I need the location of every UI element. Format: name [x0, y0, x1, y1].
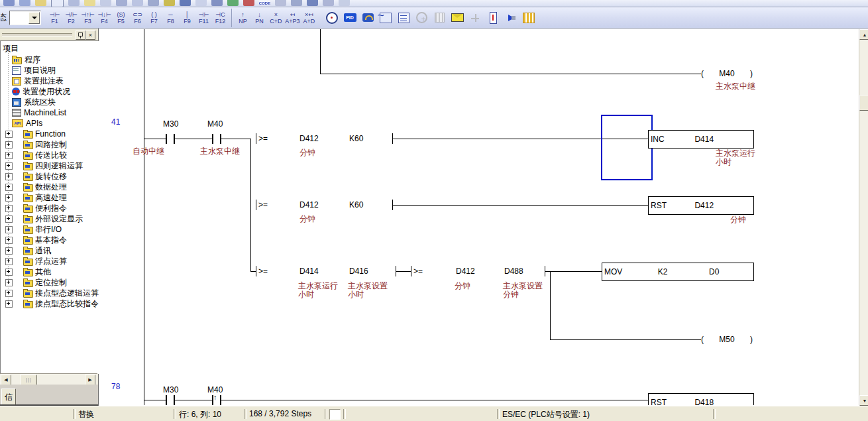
icon-fragment[interactable]: [180, 0, 191, 6]
status-checkbox[interactable]: [329, 409, 341, 420]
ladder-tool-F9[interactable]: │F9: [179, 9, 195, 27]
thermometer-icon[interactable]: [486, 11, 500, 25]
tree-item-其他[interactable]: 其他: [1, 267, 51, 277]
tree-item-外部设定显示[interactable]: 外部设定显示: [1, 213, 83, 224]
stopwatch-icon[interactable]: [325, 11, 339, 25]
icon-fragment[interactable]: [211, 0, 223, 6]
ui-element[interactable]: K60: [349, 200, 363, 210]
pin-button[interactable]: [76, 30, 85, 40]
tree-item-root[interactable]: 项目: [3, 43, 19, 54]
ladder-tool-NP[interactable]: ↑NP: [231, 9, 251, 27]
ladder-logo-icon-fragment[interactable]: [51, 0, 64, 7]
ladder-tool-C+D[interactable]: ×C+D: [268, 9, 284, 27]
tree-item-定位控制[interactable]: 定位控制: [1, 277, 67, 288]
code-icon-fragment[interactable]: CODE: [259, 0, 270, 5]
tree-expander-icon[interactable]: [5, 215, 13, 223]
tree-item-Function[interactable]: Function: [1, 129, 66, 139]
ui-element[interactable]: D414: [299, 267, 319, 276]
scroll-up-button[interactable]: ▲: [859, 29, 868, 40]
tree-expander-icon[interactable]: [5, 162, 13, 170]
tree-expander-icon[interactable]: [5, 184, 13, 191]
ui-element[interactable]: D416: [349, 267, 368, 276]
tree-expander-icon[interactable]: [5, 237, 13, 244]
tree-item-传送比较[interactable]: 传送比较: [1, 150, 67, 160]
edit-cursor[interactable]: [601, 115, 653, 180]
tree-item-串行I/O[interactable]: 串行I/O: [1, 224, 62, 235]
tree-item-旋转位移[interactable]: 旋转位移: [1, 171, 67, 182]
instruction-MOV[interactable]: MOV K2 D0: [602, 263, 754, 281]
compare-op[interactable]: >=: [258, 200, 268, 210]
icon-fragment[interactable]: [132, 0, 143, 6]
tree-item-系统区块[interactable]: 系统区块: [1, 97, 56, 107]
tree-horizontal-scrollbar[interactable]: ◀ ▶: [0, 373, 97, 385]
waveform-icon[interactable]: [379, 11, 392, 25]
tree-expander-icon[interactable]: [5, 152, 13, 159]
monitor-gauge-icon[interactable]: [361, 11, 374, 25]
tree-item-高速处理[interactable]: 高速处理: [1, 192, 67, 203]
tree-expander-icon[interactable]: [5, 247, 13, 255]
ladder-tool-F1[interactable]: ⊣⊢F1: [46, 9, 63, 27]
window-icon-fragment[interactable]: [3, 0, 15, 6]
tree-expander-icon[interactable]: [5, 205, 13, 212]
tree-expander-icon[interactable]: [5, 290, 13, 297]
message-tab[interactable]: 信: [1, 389, 16, 406]
tree-expander-icon[interactable]: [5, 131, 13, 138]
chevron-down-icon[interactable]: [28, 12, 40, 24]
tree-expander-icon[interactable]: [5, 269, 13, 276]
ladder-editor[interactable]: ( M40 ) 主水泵中继 41 M30 M40 自动中继 主水泵中继 >= D…: [99, 29, 859, 405]
dock-grab-handle[interactable]: [2, 33, 72, 36]
instruction-INC[interactable]: INC D414: [648, 130, 754, 149]
close-button[interactable]: ×: [85, 30, 95, 40]
ui-element[interactable]: D412: [456, 267, 475, 276]
mail-icon[interactable]: [451, 11, 464, 25]
ladder-tool-F12[interactable]: ⊣CF12: [212, 9, 229, 27]
tree-item-数据处理[interactable]: 数据处理: [1, 182, 67, 192]
tree-expander-icon[interactable]: [5, 258, 13, 265]
scroll-left-button[interactable]: ◀: [1, 375, 11, 385]
instruction-RST[interactable]: RST D412: [648, 196, 754, 215]
sampling-trace-icon[interactable]: [504, 11, 517, 25]
icon-fragment[interactable]: [148, 0, 159, 6]
ladder-tool-F2[interactable]: ⊣/⊢F2: [63, 9, 80, 27]
io-branch-icon[interactable]: [468, 11, 482, 25]
monitor-icon-fragment[interactable]: [307, 0, 318, 6]
ui-element[interactable]: D412: [299, 134, 319, 143]
icon-fragment[interactable]: [339, 0, 350, 6]
dots-icon-fragment[interactable]: [68, 0, 80, 6]
ladder-tool-F4[interactable]: ⊣↓⊢F4: [96, 9, 113, 27]
ladder-tool-F3[interactable]: ⊣↑⊢F3: [80, 9, 96, 27]
compare-op[interactable]: >=: [258, 267, 268, 276]
folder-icon-fragment[interactable]: [84, 0, 95, 6]
lamp-icon-fragment[interactable]: [100, 0, 111, 6]
green-circle-icon-fragment[interactable]: [227, 0, 239, 6]
contact-M30[interactable]: [166, 395, 167, 405]
tree-expander-icon[interactable]: [5, 141, 13, 149]
tree-item-APIs[interactable]: APIAPIs: [1, 118, 42, 129]
vertical-scroll-thumb[interactable]: [859, 95, 868, 111]
tree-item-接点型态逻辑运算[interactable]: 接点型态逻辑运算: [1, 288, 99, 298]
ui-element[interactable]: K60: [349, 134, 363, 143]
tree-item-装置使用状况[interactable]: 装置使用状况: [1, 86, 70, 97]
pid-icon[interactable]: PID: [343, 11, 356, 25]
tree-item-浮点运算[interactable]: 浮点运算: [1, 256, 67, 267]
compare-op[interactable]: >=: [413, 267, 423, 276]
scroll-right-button[interactable]: ▶: [85, 375, 95, 385]
device-combo-box[interactable]: [9, 11, 41, 25]
tree-expander-icon[interactable]: [5, 279, 13, 286]
transfer-icon-fragment[interactable]: [164, 0, 175, 6]
monitor-icon-fragment[interactable]: [19, 0, 30, 6]
magnifier-icon-fragment[interactable]: [323, 0, 334, 6]
device-memory-icon[interactable]: [433, 11, 446, 25]
tree-expander-icon[interactable]: [5, 173, 13, 180]
icon-fragment[interactable]: [195, 0, 207, 6]
ladder-tool-A+D[interactable]: ×↤A+D: [301, 9, 317, 27]
tree-expander-icon[interactable]: [5, 300, 13, 308]
tree-expander-icon[interactable]: [5, 226, 13, 233]
coil-M50[interactable]: ( M50 ): [701, 335, 753, 344]
ladder-vertical-scrollbar[interactable]: ▲ ▼: [859, 29, 868, 405]
red-circle-icon-fragment[interactable]: [243, 0, 254, 6]
tree-expander-icon[interactable]: [5, 194, 13, 202]
compare-op[interactable]: >=: [258, 134, 268, 143]
search-target-icon[interactable]: [415, 11, 428, 25]
tree-item-项目说明[interactable]: 项目说明: [1, 65, 56, 76]
